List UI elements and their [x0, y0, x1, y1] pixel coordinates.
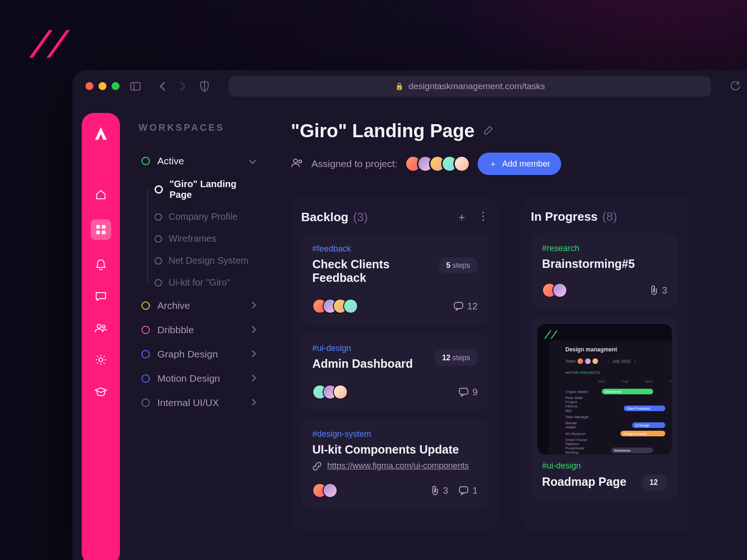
status-ring-icon	[141, 350, 150, 358]
svg-rect-0	[131, 83, 140, 90]
workspace-item-label: Ui-kit for "Giro"	[169, 277, 230, 288]
card-admin-dashboard[interactable]: #ui-design Admin Dashboard 12steps	[301, 333, 489, 410]
workspace-group-label: Archive	[157, 300, 190, 311]
svg-point-10	[299, 160, 302, 163]
reload-icon[interactable]	[730, 81, 741, 92]
status-ring-icon	[155, 185, 163, 194]
column-title: In Progress	[531, 210, 598, 224]
card-title: Admin Dashboard	[312, 357, 413, 371]
workspace-group-label: Dribbble	[157, 324, 194, 336]
card-avatars	[312, 483, 338, 498]
address-bar[interactable]: 🔒 designtaskmanagement.com/tasks	[229, 76, 711, 97]
column-count: (8)	[602, 210, 617, 224]
browser-titlebar: 🔒 designtaskmanagement.com/tasks	[72, 70, 747, 103]
workspace-item-company-profile[interactable]: Company Profile	[139, 206, 259, 228]
sidebar-toggle-icon[interactable]	[130, 81, 141, 92]
workspace-item-net-design-system[interactable]: Net Design System	[139, 250, 259, 272]
comments-count[interactable]: 1	[458, 485, 478, 496]
project-title: "Giro" Landing Page	[291, 120, 475, 141]
card-tag: #research	[542, 244, 667, 253]
nav-back-icon[interactable]	[157, 81, 168, 92]
project-main: "Giro" Landing Page Assigned to project:	[268, 103, 747, 560]
workspace-group-internal-uiux[interactable]: Internal UI/UX	[139, 391, 259, 415]
kanban-board: Backlog (3) ＋ ⋮ #feedback Check Clients …	[291, 196, 747, 531]
add-card-icon[interactable]: ＋	[456, 210, 467, 224]
avatar	[552, 283, 567, 298]
status-ring-icon	[141, 399, 150, 407]
card-brainstorming-5[interactable]: #research Brainstorming#5 3	[531, 233, 678, 308]
card-avatars	[312, 385, 348, 399]
card-link-text[interactable]: https://www.figma.com/ui-components	[327, 461, 469, 471]
steps-chip: 12	[642, 475, 667, 490]
card-check-clients-feedback[interactable]: #feedback Check Clients Feedback 5steps	[301, 234, 489, 324]
lock-icon: 🔒	[395, 82, 404, 91]
brand-slashes-logo: //	[28, 23, 63, 63]
svg-point-8	[99, 358, 103, 362]
nav-dashboard-icon[interactable]	[91, 219, 111, 240]
chevron-right-icon	[252, 349, 256, 360]
workspace-group-graph-design[interactable]: Graph Design	[139, 342, 259, 366]
workspace-item-label: Company Profile	[169, 211, 238, 222]
plus-icon: ＋	[489, 158, 497, 169]
card-title: Roadmap Page	[542, 475, 627, 489]
card-roadmap-page[interactable]: // Design managment Team ‹ July 2022 ›	[531, 317, 678, 501]
comments-count[interactable]: 9	[458, 387, 478, 398]
privacy-shield-icon[interactable]	[199, 81, 210, 92]
workspace-item-giro-landing[interactable]: "Giro" Landing Page	[139, 173, 259, 206]
assigned-label: Assigned to project:	[311, 158, 397, 169]
svg-rect-5	[102, 231, 106, 234]
minimize-window-button[interactable]	[99, 82, 106, 90]
workspace-item-label: "Giro" Landing Page	[169, 179, 256, 200]
add-member-button[interactable]: ＋ Add member	[478, 153, 561, 175]
workspace-group-active[interactable]: Active	[139, 149, 259, 173]
card-link[interactable]: https://www.figma.com/ui-components	[312, 461, 478, 471]
card-tag: #ui-design	[312, 343, 413, 353]
nav-notifications-icon[interactable]	[94, 258, 108, 272]
card-tag: #feedback	[312, 244, 439, 254]
column-count: (3)	[353, 210, 368, 224]
chevron-down-icon	[249, 155, 256, 167]
attachments-count[interactable]: 3	[431, 485, 448, 496]
avatar	[333, 385, 348, 399]
card-title: UI-kit Components Update	[312, 443, 478, 456]
close-window-button[interactable]	[85, 82, 93, 90]
column-title: Backlog	[301, 210, 348, 224]
status-ring-icon	[141, 374, 150, 383]
workspace-group-label: Graph Design	[157, 349, 218, 360]
nav-messages-icon[interactable]	[94, 289, 108, 303]
edit-title-icon[interactable]	[483, 125, 493, 137]
attachments-count[interactable]: 3	[650, 285, 667, 296]
card-avatars	[542, 283, 567, 298]
column-menu-icon[interactable]: ⋮	[478, 210, 489, 224]
workspace-group-dribbble[interactable]: Dribbble	[139, 318, 259, 342]
add-member-label: Add member	[502, 159, 550, 169]
status-ring-icon	[155, 257, 162, 265]
card-tag: #design-system	[312, 429, 478, 439]
comments-count[interactable]: 12	[453, 301, 478, 312]
nav-home-icon[interactable]	[94, 188, 108, 202]
status-ring-icon	[141, 157, 150, 165]
nav-rail	[82, 113, 120, 560]
card-tag: #ui-design	[542, 461, 667, 471]
workspace-item-label: Net Design System	[169, 255, 248, 266]
chevron-right-icon	[252, 397, 256, 408]
assigned-avatars[interactable]	[405, 155, 470, 172]
address-bar-text: designtaskmanagement.com/tasks	[409, 81, 545, 91]
workspace-group-label: Active	[157, 155, 184, 167]
nav-settings-icon[interactable]	[94, 353, 108, 367]
app-logo[interactable]	[92, 125, 110, 143]
svg-point-7	[102, 325, 105, 328]
card-uikit-components-update[interactable]: #design-system UI-kit Components Update …	[301, 419, 489, 508]
workspace-group-archive[interactable]: Archive	[139, 294, 259, 318]
avatar	[323, 483, 338, 498]
nav-forward-icon[interactable]	[177, 81, 189, 92]
status-ring-icon	[141, 301, 150, 310]
status-ring-icon	[155, 213, 162, 221]
workspace-item-label: Wireframes	[169, 233, 216, 244]
nav-team-icon[interactable]	[94, 321, 108, 335]
workspace-item-uikit-giro[interactable]: Ui-kit for "Giro"	[139, 272, 259, 294]
workspace-group-motion-design[interactable]: Motion Design	[139, 366, 259, 391]
maximize-window-button[interactable]	[112, 82, 120, 90]
workspace-item-wireframes[interactable]: Wireframes	[139, 228, 259, 250]
nav-learn-icon[interactable]	[94, 385, 108, 399]
